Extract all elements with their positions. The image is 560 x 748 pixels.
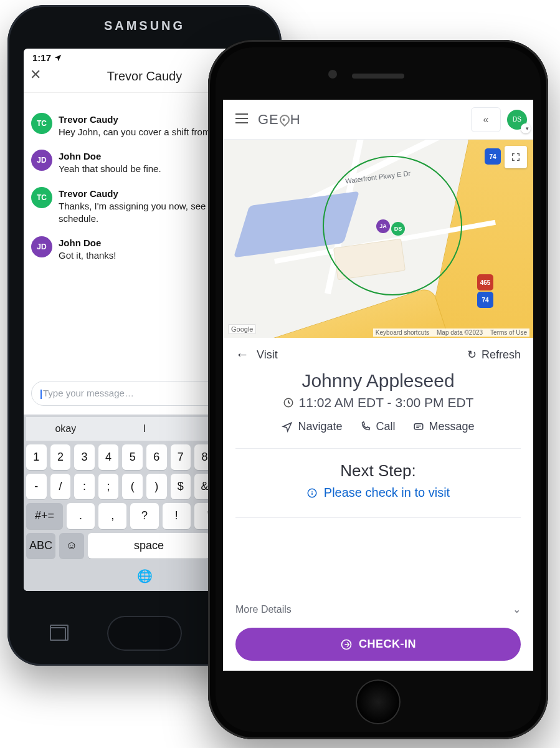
refresh-icon: ↻ [467, 348, 477, 362]
key[interactable]: 2 [50, 444, 71, 470]
message-text: Yeah that should be fine. [59, 163, 161, 175]
map-footer: Keyboard shortcuts Map data ©2023 Terms … [373, 328, 529, 337]
geoh-app-screen: GE H « DS ▾ Waterfront Pkwy E Dr JA [223, 100, 533, 671]
interstate-shield-icon: 74 [485, 148, 501, 165]
clock-icon [283, 397, 294, 408]
iphone-home-button[interactable] [356, 679, 401, 724]
key-symbols[interactable]: #+= [26, 503, 63, 529]
key[interactable]: 7 [171, 444, 191, 470]
more-details-toggle[interactable]: More Details ⌄ [235, 596, 521, 623]
iphone-frame: GE H « DS ▾ Waterfront Pkwy E Dr JA [208, 40, 548, 739]
logo-pin-icon [277, 112, 292, 127]
sender-name: John Doe [59, 150, 161, 163]
key[interactable]: 1 [26, 444, 47, 470]
login-icon [340, 638, 353, 651]
android-home-button[interactable] [107, 616, 182, 651]
app-topbar: GE H « DS ▾ [223, 100, 533, 140]
suggestion[interactable]: I [105, 417, 184, 441]
key[interactable]: / [50, 474, 71, 499]
key[interactable]: ( [122, 474, 143, 499]
client-name: Johnny Appleseed [235, 370, 521, 391]
map-copyright: Map data ©2023 [437, 329, 483, 336]
collapse-button[interactable]: « [471, 107, 501, 132]
menu-icon[interactable] [229, 112, 254, 127]
key[interactable]: 3 [74, 444, 95, 470]
navigate-label: Navigate [298, 420, 342, 433]
key-space[interactable]: space [88, 533, 211, 559]
fullscreen-button[interactable] [505, 146, 527, 168]
call-button[interactable]: Call [359, 420, 395, 433]
map-pin-client[interactable]: JA [376, 219, 390, 233]
key[interactable]: $ [171, 474, 191, 499]
navigate-icon [282, 421, 293, 433]
chevron-down-icon: ▾ [526, 125, 529, 132]
alert-text: Please check in to visit [324, 486, 450, 500]
checkin-label: CHECK-IN [359, 638, 416, 651]
key[interactable]: 5 [122, 444, 143, 470]
suggestion[interactable]: okay [26, 417, 105, 441]
divider [235, 448, 521, 449]
logo-text: H [290, 112, 301, 128]
chevron-double-left-icon: « [483, 114, 489, 125]
message-input-placeholder: Type your message… [43, 388, 134, 398]
key-emoji[interactable]: ☺ [59, 533, 83, 559]
checkin-button[interactable]: CHECK-IN [235, 628, 521, 661]
key[interactable]: 4 [98, 444, 119, 470]
breadcrumb: ← Visit ↻ Refresh [235, 347, 521, 363]
key[interactable]: - [26, 474, 47, 499]
front-camera-icon [328, 70, 337, 79]
visit-time: 11:02 AM EDT - 3:00 PM EDT [235, 395, 521, 410]
chevron-down-icon: ⌄ [513, 603, 521, 615]
key[interactable]: 6 [146, 444, 167, 470]
avatar-initials: DS [513, 116, 521, 123]
more-details-label: More Details [235, 604, 292, 615]
close-icon[interactable]: ✕ [30, 67, 41, 83]
interstate-shield-icon: 74 [477, 292, 493, 308]
keyboard-shortcuts-link[interactable]: Keyboard shortcuts [376, 329, 429, 336]
avatar: TC [31, 113, 52, 134]
status-time: 1:17 [32, 52, 51, 63]
visit-time-text: 11:02 AM EDT - 3:00 PM EDT [299, 395, 474, 410]
message-label: Message [429, 420, 475, 433]
breadcrumb-title: Visit [257, 348, 278, 362]
key[interactable]: ! [163, 503, 191, 529]
key[interactable]: ; [98, 474, 119, 499]
divider [235, 517, 521, 518]
navigate-button[interactable]: Navigate [282, 420, 342, 433]
chat-title: Trevor Caudy [107, 69, 182, 83]
map-view[interactable]: Waterfront Pkwy E Dr JA DS 74 465 74 Goo… [223, 140, 533, 338]
geoh-logo: GE H [258, 112, 301, 128]
next-step-heading: Next Step: [235, 461, 521, 481]
samsung-wordmark: SAMSUNG [7, 19, 282, 33]
avatar: TC [31, 187, 52, 208]
location-arrow-icon [54, 54, 62, 62]
logo-text: GE [258, 112, 279, 128]
back-arrow-icon[interactable]: ← [235, 347, 249, 363]
avatar: JD [31, 236, 52, 257]
avatar: JD [31, 150, 52, 171]
info-icon [306, 487, 318, 499]
key[interactable]: ) [146, 474, 167, 499]
interstate-shield-icon: 465 [477, 274, 493, 290]
visit-card: ← Visit ↻ Refresh Johnny Appleseed 11:02… [223, 338, 533, 671]
refresh-label: Refresh [482, 348, 521, 362]
key[interactable]: ? [130, 503, 158, 529]
android-recents-icon[interactable] [50, 627, 66, 641]
refresh-button[interactable]: ↻ Refresh [467, 348, 521, 362]
message-button[interactable]: Message [413, 420, 475, 433]
profile-avatar-button[interactable]: DS ▾ [507, 110, 527, 130]
visit-actions: Navigate Call Message [235, 420, 521, 433]
sender-name: John Doe [59, 236, 116, 249]
speaker-grille-icon [352, 74, 404, 79]
checkin-alert: Please check in to visit [235, 486, 521, 500]
google-attribution: Google [228, 324, 256, 334]
terms-link[interactable]: Terms of Use [490, 329, 527, 336]
key[interactable]: , [98, 503, 126, 529]
key[interactable]: : [74, 474, 95, 499]
phone-icon [359, 421, 371, 433]
key[interactable]: . [67, 503, 95, 529]
message-icon [413, 421, 424, 433]
message-text: Got it, thanks! [59, 249, 116, 262]
map-pin-self[interactable]: DS [391, 222, 405, 236]
key-abc[interactable]: ABC [26, 533, 55, 559]
